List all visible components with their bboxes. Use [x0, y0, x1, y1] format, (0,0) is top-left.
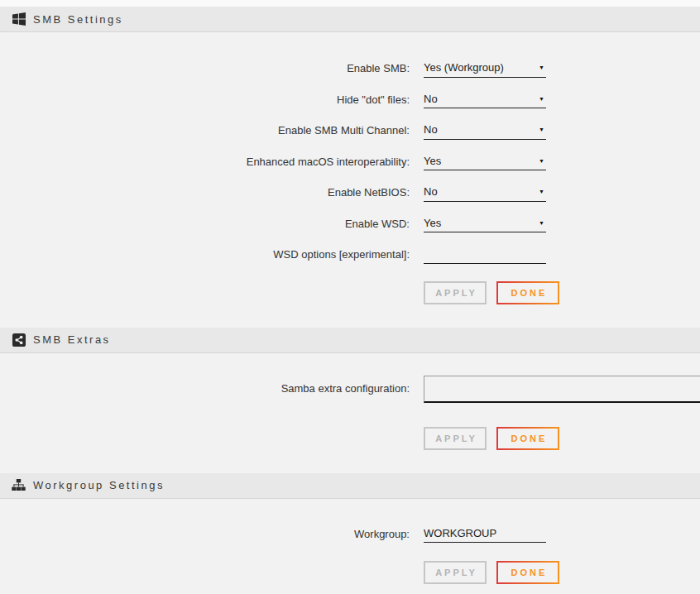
- wsd-options-input[interactable]: [424, 247, 546, 264]
- smb-settings-buttons: APPLY DONE: [424, 281, 700, 304]
- section-header-smb-extras: SMB Extras: [0, 328, 700, 353]
- form-row-hide-dot-files: Hide "dot" files: No ▼: [0, 91, 700, 109]
- windows-icon: [12, 12, 26, 26]
- section-title: SMB Extras: [33, 333, 111, 346]
- workgroup-buttons: APPLY DONE: [424, 561, 700, 584]
- apply-button[interactable]: APPLY: [424, 281, 487, 304]
- form-row-enable-wsd: Enable WSD: Yes ▼: [0, 215, 700, 233]
- field-label: Enable SMB:: [0, 60, 410, 78]
- field-control: [424, 246, 546, 264]
- form-row-samba-extra: Samba extra configuration:: [0, 376, 700, 403]
- form-row-workgroup: Workgroup:: [0, 525, 700, 544]
- field-label: Hide "dot" files:: [0, 91, 410, 109]
- smb-settings-form: Enable SMB: Yes (Workgroup) ▼ Hide "dot"…: [0, 32, 700, 304]
- field-control: [424, 525, 546, 544]
- enable-netbios-select[interactable]: No: [424, 184, 546, 202]
- apply-button[interactable]: APPLY: [424, 427, 487, 450]
- workgroup-form: Workgroup: APPLY DONE: [0, 499, 700, 585]
- field-label: WSD options [experimental]:: [0, 246, 410, 264]
- form-row-smb-multi-channel: Enable SMB Multi Channel: No ▼: [0, 122, 700, 140]
- field-control: Yes ▼: [424, 215, 546, 233]
- field-control: No ▼: [424, 122, 546, 140]
- field-label: Enhanced macOS interoperability:: [0, 153, 410, 171]
- section-header-workgroup-settings: Workgroup Settings: [0, 473, 700, 499]
- field-control: Yes (Workgroup) ▼: [424, 60, 546, 78]
- spacer: [0, 304, 700, 328]
- done-button[interactable]: DONE: [496, 427, 559, 450]
- field-control: No ▼: [424, 184, 546, 202]
- form-row-enable-netbios: Enable NetBIOS: No ▼: [0, 184, 700, 202]
- apply-button[interactable]: APPLY: [424, 561, 487, 584]
- section-header-smb-settings: SMB Settings: [0, 7, 700, 32]
- smb-extras-buttons: APPLY DONE: [424, 427, 700, 450]
- field-control: Yes ▼: [424, 153, 546, 171]
- workgroup-input[interactable]: [424, 525, 546, 543]
- field-label: Enable SMB Multi Channel:: [0, 122, 410, 140]
- enable-wsd-select[interactable]: Yes: [424, 215, 546, 232]
- field-label: Samba extra configuration:: [0, 376, 410, 403]
- field-label: Workgroup:: [0, 525, 410, 544]
- spacer: [0, 450, 700, 473]
- top-strip: [0, 0, 700, 7]
- field-control: No ▼: [424, 91, 546, 109]
- done-button[interactable]: DONE: [496, 561, 559, 584]
- section-title: Workgroup Settings: [33, 479, 165, 491]
- samba-extra-config-textarea[interactable]: [424, 376, 700, 403]
- form-row-enable-smb: Enable SMB: Yes (Workgroup) ▼: [0, 60, 700, 78]
- sitemap-icon: [12, 478, 26, 492]
- form-row-wsd-options: WSD options [experimental]:: [0, 246, 700, 264]
- hide-dot-files-select[interactable]: No: [424, 91, 546, 108]
- field-label: Enable NetBIOS:: [0, 184, 410, 202]
- share-square-icon: [12, 333, 26, 347]
- done-button[interactable]: DONE: [496, 281, 559, 304]
- smb-multi-channel-select[interactable]: No: [424, 122, 546, 140]
- section-title: SMB Settings: [33, 13, 123, 26]
- field-control: [424, 376, 546, 403]
- macos-interop-select[interactable]: Yes: [424, 153, 546, 170]
- field-label: Enable WSD:: [0, 215, 410, 233]
- enable-smb-select[interactable]: Yes (Workgroup): [424, 60, 546, 78]
- form-row-macos-interop: Enhanced macOS interoperability: Yes ▼: [0, 153, 700, 171]
- smb-extras-form: Samba extra configuration: APPLY DONE: [0, 353, 700, 450]
